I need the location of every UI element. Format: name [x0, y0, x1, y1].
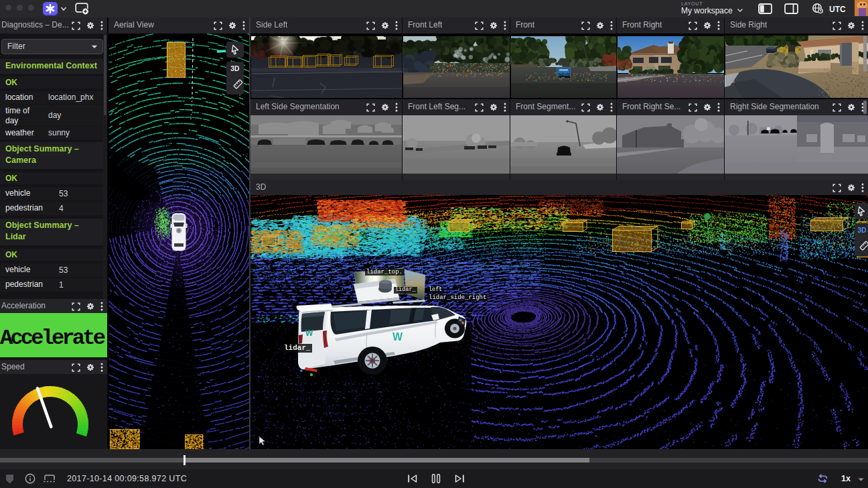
svg-text:W: W: [305, 328, 313, 338]
svg-text:W: W: [392, 331, 403, 343]
